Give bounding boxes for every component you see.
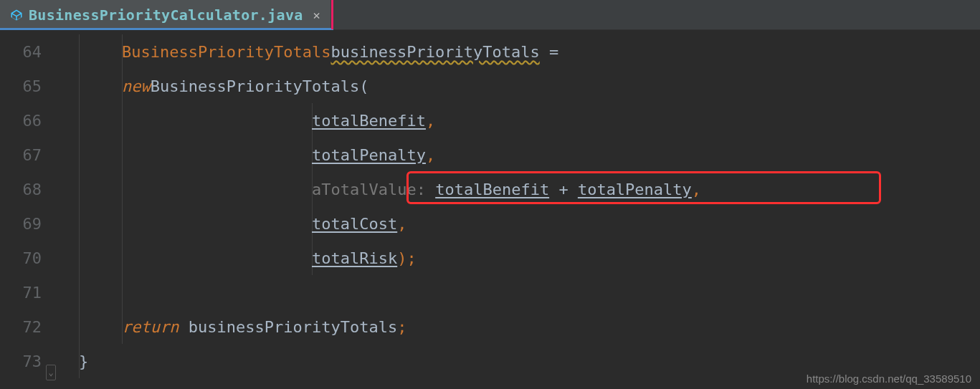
argument: totalPenalty (312, 146, 426, 164)
line-number: 73 (0, 344, 42, 378)
new-keyword: new (122, 77, 151, 95)
code-line: totalPenalty, (57, 138, 980, 172)
code-content[interactable]: BusinessPriorityTotals businessPriorityT… (57, 30, 980, 389)
editor-area: 64 65 66 67 68 69 70 71 72 73 ⌄ Business… (0, 30, 980, 389)
tab-right-accent (331, 0, 333, 29)
code-line: BusinessPriorityTotals businessPriorityT… (57, 34, 980, 69)
line-number: 72 (0, 309, 42, 344)
argument: totalRisk (312, 249, 397, 267)
tab-filename: BusinessPriorityCalculator.java (29, 6, 303, 24)
argument: totalPenalty (578, 181, 692, 198)
plus-op: + (549, 181, 578, 198)
line-number: 70 (0, 241, 42, 275)
code-line: totalBenefit, (57, 103, 980, 138)
assign-op: = (540, 43, 559, 61)
argument: totalCost (312, 215, 397, 233)
comma: , (426, 146, 435, 164)
code-line (57, 275, 980, 309)
tab-bar: BusinessPriorityCalculator.java ✕ (0, 0, 980, 30)
argument: totalBenefit (312, 112, 426, 130)
variable-name: businessPriorityTotals (330, 43, 539, 61)
line-number: 68 (0, 172, 42, 206)
comma: , (397, 215, 406, 233)
line-number: 65 (0, 69, 42, 103)
line-number: 71 (0, 275, 42, 309)
code-line: return businessPriorityTotals; (57, 309, 980, 344)
code-line: aTotalValue: totalBenefit + totalPenalty… (57, 172, 980, 206)
semicolon: ; (397, 318, 406, 336)
return-keyword: return (122, 318, 179, 336)
code-line: new BusinessPriorityTotals( (57, 69, 980, 103)
line-number: 66 (0, 103, 42, 138)
watermark-text: https://blog.csdn.net/qq_33589510 (807, 373, 971, 385)
type-name: BusinessPriorityTotals (122, 43, 330, 61)
constructor-name: BusinessPriorityTotals (151, 77, 359, 95)
return-expr: businessPriorityTotals (179, 318, 397, 336)
param-hint: aTotalValue: (312, 181, 435, 198)
close-paren-semi: ); (397, 249, 417, 267)
line-number: 67 (0, 138, 42, 172)
code-line: totalCost, (57, 206, 980, 241)
line-number: 64 (0, 34, 42, 69)
open-paren: ( (359, 77, 368, 95)
line-gutter: 64 65 66 67 68 69 70 71 72 73 ⌄ (0, 30, 57, 389)
fold-icon[interactable]: ⌄ (46, 365, 56, 380)
close-brace: } (79, 352, 88, 370)
argument: totalBenefit (435, 181, 549, 198)
line-number: 69 (0, 206, 42, 241)
comma: , (692, 181, 701, 198)
java-file-icon (10, 9, 23, 21)
comma: , (426, 112, 435, 130)
code-line: totalRisk); (57, 241, 980, 275)
close-icon[interactable]: ✕ (313, 8, 320, 22)
file-tab[interactable]: BusinessPriorityCalculator.java ✕ (0, 0, 330, 29)
